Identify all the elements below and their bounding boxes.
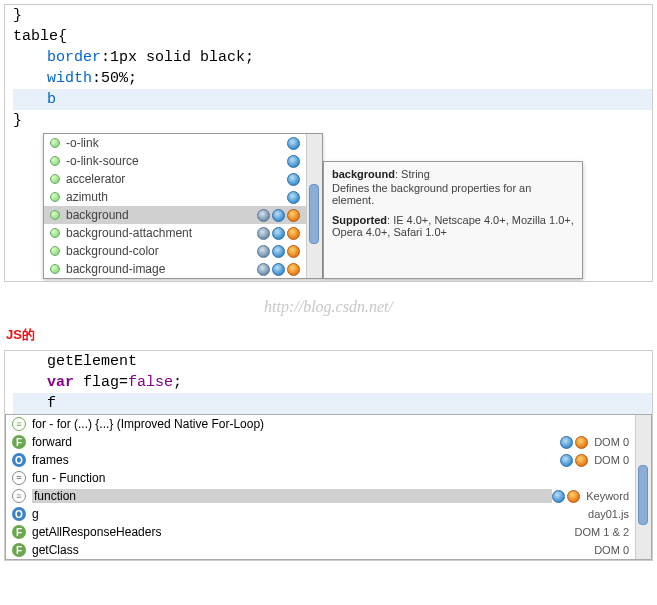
suggestion-label: function <box>32 489 552 503</box>
firefox-icon <box>567 490 580 503</box>
suggestion-label: background-color <box>66 244 257 258</box>
kind-icon: O <box>12 507 26 521</box>
suggestion-label: forward <box>32 435 560 449</box>
scrollbar[interactable] <box>306 134 322 278</box>
safari-icon <box>257 209 270 222</box>
suggestion-label: -o-link-source <box>66 154 287 168</box>
scroll-thumb[interactable] <box>309 184 319 244</box>
code-line: border:1px solid black; <box>13 47 652 68</box>
kind-icon: O <box>12 453 26 467</box>
suggestion-meta: DOM 0 <box>560 436 629 449</box>
property-icon <box>50 138 60 148</box>
css-suggestion-list[interactable]: -o-link-o-link-sourceacceleratorazimuthb… <box>43 133 323 279</box>
firefox-icon <box>575 436 588 449</box>
ie-icon <box>287 155 300 168</box>
safari-icon <box>257 227 270 240</box>
ie-icon <box>560 454 573 467</box>
scroll-thumb[interactable] <box>638 465 648 525</box>
suggestion-item[interactable]: ≡for - for (...) {...} (Improved Native … <box>6 415 635 433</box>
property-icon <box>50 246 60 256</box>
suggestion-label: getClass <box>32 543 594 557</box>
suggestion-item[interactable]: OframesDOM 0 <box>6 451 635 469</box>
kind-icon: F <box>12 525 26 539</box>
suggestion-label: getAllResponseHeaders <box>32 525 575 539</box>
suggestion-label: g <box>32 507 588 521</box>
suggestion-label: background <box>66 208 257 222</box>
property-icon <box>50 156 60 166</box>
suggestion-item[interactable]: -o-link-source <box>44 152 306 170</box>
browser-support-icons <box>287 137 300 150</box>
browser-support-icons <box>287 191 300 204</box>
suggestion-item[interactable]: ≡functionKeyword <box>6 487 635 505</box>
firefox-icon <box>287 263 300 276</box>
suggestion-item[interactable]: background-image <box>44 260 306 278</box>
watermark-text: http://blog.csdn.net/ <box>0 298 657 316</box>
browser-support-icons <box>287 173 300 186</box>
ie-icon <box>272 263 285 276</box>
browser-support-icons <box>257 245 300 258</box>
suggestion-meta: DOM 0 <box>594 544 629 556</box>
css-code-area: } table{ border:1px solid black; width:5… <box>5 5 652 131</box>
suggestion-item[interactable]: =fun - Function <box>6 469 635 487</box>
section-label: JS的 <box>6 326 651 344</box>
property-icon <box>50 174 60 184</box>
browser-support-icons <box>257 227 300 240</box>
suggestion-label: for - for (...) {...} (Improved Native F… <box>32 417 629 431</box>
suggestion-meta: day01.js <box>588 508 629 520</box>
ie-icon <box>287 137 300 150</box>
suggestion-item[interactable]: FgetAllResponseHeadersDOM 1 & 2 <box>6 523 635 541</box>
suggestion-item[interactable]: azimuth <box>44 188 306 206</box>
suggestion-label: -o-link <box>66 136 287 150</box>
safari-icon <box>257 263 270 276</box>
suggestion-label: accelerator <box>66 172 287 186</box>
firefox-icon <box>287 227 300 240</box>
firefox-icon <box>287 209 300 222</box>
code-line: width:50%; <box>13 68 652 89</box>
scrollbar[interactable] <box>635 415 651 559</box>
ie-icon <box>287 173 300 186</box>
suggestion-item[interactable]: -o-link <box>44 134 306 152</box>
suggestion-label: azimuth <box>66 190 287 204</box>
firefox-icon <box>575 454 588 467</box>
suggestion-label: frames <box>32 453 560 467</box>
firefox-icon <box>287 245 300 258</box>
ie-icon <box>560 436 573 449</box>
safari-icon <box>257 245 270 258</box>
browser-support-icons <box>287 155 300 168</box>
ie-icon <box>287 191 300 204</box>
css-editor-panel: } table{ border:1px solid black; width:5… <box>4 4 653 282</box>
doc-tooltip: background: String Defines the backgroun… <box>323 161 583 279</box>
suggestion-item[interactable]: Ogday01.js <box>6 505 635 523</box>
browser-support-icons <box>257 263 300 276</box>
autocomplete-popup: -o-link-o-link-sourceacceleratorazimuthb… <box>43 133 614 279</box>
kind-icon: ≡ <box>12 417 26 431</box>
current-line[interactable]: b <box>13 89 652 110</box>
suggestion-item[interactable]: background-attachment <box>44 224 306 242</box>
js-editor-panel: getElement var flag=false; f ≡for - for … <box>4 350 653 561</box>
suggestion-label: background-image <box>66 262 257 276</box>
js-code-area: getElement var flag=false; f <box>5 351 652 414</box>
suggestion-meta: DOM 0 <box>560 454 629 467</box>
suggestion-item[interactable]: FgetClassDOM 0 <box>6 541 635 559</box>
code-line: getElement <box>13 351 652 372</box>
property-icon <box>50 228 60 238</box>
code-line: table{ <box>13 26 652 47</box>
suggestion-label: fun - Function <box>32 471 629 485</box>
suggestion-item[interactable]: accelerator <box>44 170 306 188</box>
kind-icon: ≡ <box>12 489 26 503</box>
ie-icon <box>272 227 285 240</box>
ie-icon <box>272 209 285 222</box>
kind-icon: F <box>12 543 26 557</box>
suggestion-item[interactable]: background-color <box>44 242 306 260</box>
code-line: } <box>13 110 652 131</box>
kind-icon: F <box>12 435 26 449</box>
suggestion-item[interactable]: background <box>44 206 306 224</box>
ie-icon <box>552 490 565 503</box>
code-line: var flag=false; <box>13 372 652 393</box>
kind-icon: = <box>12 471 26 485</box>
suggestion-item[interactable]: FforwardDOM 0 <box>6 433 635 451</box>
property-icon <box>50 264 60 274</box>
ie-icon <box>272 245 285 258</box>
js-suggestion-list[interactable]: ≡for - for (...) {...} (Improved Native … <box>5 414 652 560</box>
current-line[interactable]: f <box>13 393 652 414</box>
